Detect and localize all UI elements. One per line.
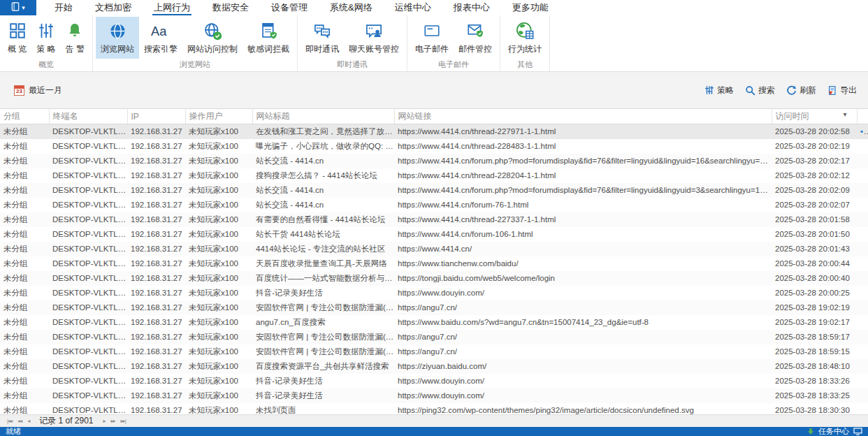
cell-actions	[857, 139, 868, 154]
column-header-2[interactable]: 终端名	[49, 109, 127, 124]
policy-button[interactable]: 策略	[704, 85, 734, 96]
table-row[interactable]: 未分组DESKTOP-VLKTLE1192.168.31.27未知玩家x100抖…	[0, 374, 868, 388]
table-row[interactable]: 未分组DESKTOP-VLKTLE1192.168.31.27未知玩家x100a…	[0, 315, 868, 330]
cell-time: 2025-03-28 20:00:44	[772, 256, 857, 271]
column-header-3[interactable]: IP	[127, 109, 185, 124]
ribbon-group-label: 概览	[0, 59, 92, 70]
menu-tab-7[interactable]: 运维中心	[384, 0, 442, 15]
table-row[interactable]: 未分组DESKTOP-VLKTLE1192.168.31.27未知玩家x100抖…	[0, 286, 868, 300]
cell-title: 站长交流 - 4414.cn	[252, 198, 394, 212]
prev-page-icon[interactable]: ◂◂	[15, 418, 24, 424]
cell-title: 安固软件官网 | 专注公司数据防泄漏(DLP)，...	[252, 330, 394, 344]
cell-url: https://www.4414.cn/forum-76-1.html	[394, 198, 772, 212]
menu-tab-1[interactable]: 开始	[43, 0, 84, 15]
table-row[interactable]: 未分组DESKTOP-VLKTLE1192.168.31.27未知玩家x100安…	[0, 330, 868, 344]
table-row[interactable]: 未分组DESKTOP-VLKTLE1192.168.31.27未知玩家x100站…	[0, 198, 868, 212]
ribbon-button[interactable]: 敏感词拦截	[243, 17, 294, 59]
record-count: 记录 1 of 2901	[39, 415, 93, 427]
table-row[interactable]: 未分组DESKTOP-VLKTLE1192.168.31.27未知玩家x100抖…	[0, 388, 868, 403]
cell-title: 百度搜索资源平台_共创共享鲜活搜索	[252, 359, 394, 374]
cell-ip: 192.168.31.27	[127, 227, 185, 242]
cell-user: 未知玩家x100	[185, 344, 252, 359]
column-header-4[interactable]: 操作用户	[185, 109, 252, 124]
cell-time: 2025-03-28 20:00:25	[772, 286, 857, 300]
column-header-1[interactable]: 分组	[0, 109, 49, 124]
export-button[interactable]: 导出	[827, 85, 857, 96]
cell-terminal: DESKTOP-VLKTLE1	[49, 359, 127, 374]
ribbon-group-1: 概 览策 略告 警概览	[0, 15, 93, 71]
ribbon-button[interactable]: 概 览	[3, 17, 31, 59]
ribbon-button[interactable]: 电子邮件	[410, 17, 454, 59]
table-row[interactable]: 未分组DESKTOP-VLKTLE1192.168.31.27未知玩家x100有…	[0, 212, 868, 227]
cell-actions	[857, 198, 868, 212]
menu-tab-2[interactable]: 文档加密	[84, 0, 143, 15]
menu-tab-3[interactable]: 上网行为	[143, 0, 201, 15]
prev-record-icon[interactable]: ◂	[24, 418, 32, 424]
table-row[interactable]: 未分组DESKTOP-VLKTLE1192.168.31.27未知玩家x100百…	[0, 359, 868, 374]
cell-actions	[857, 330, 868, 344]
sort-arrow-icon[interactable]: ▾	[843, 110, 846, 118]
table-row[interactable]: 未分组DESKTOP-VLKTLE1192.168.31.27未知玩家x100百…	[0, 271, 868, 286]
cell-time: 2025-03-28 18:33:26	[772, 374, 857, 388]
table-row[interactable]: 未分组DESKTOP-VLKTLE1192.168.31.27未知玩家x100站…	[0, 227, 868, 242]
cell-user: 未知玩家x100	[185, 315, 252, 330]
table-row[interactable]: 未分组DESKTOP-VLKTLE1192.168.31.27未知玩家x100站…	[0, 154, 868, 168]
ribbon-button[interactable]: 聊天账号管控	[344, 17, 404, 59]
cell-terminal: DESKTOP-VLKTLE1	[49, 315, 127, 330]
table-row[interactable]: 未分组DESKTOP-VLKTLE1192.168.31.27未知玩家x100搜…	[0, 168, 868, 183]
table-row[interactable]: 未分组DESKTOP-VLKTLE1192.168.31.27未知玩家x100安…	[0, 300, 868, 315]
cell-group: 未分组	[0, 344, 49, 359]
cell-url: https://www.4414.cn/forum-106-1.html	[394, 227, 772, 242]
cell-time: 2025-03-28 20:01:43	[772, 242, 857, 256]
table-row[interactable]: 未分组DESKTOP-VLKTLE1192.168.31.27未知玩家x100站…	[0, 183, 868, 198]
cell-user: 未知玩家x100	[185, 374, 252, 388]
ribbon-button[interactable]: 邮件管控	[454, 17, 497, 59]
status-bar: 就绪 任务中心	[0, 427, 868, 436]
menu-tab-6[interactable]: 系统&网络	[319, 0, 384, 15]
ribbon-button[interactable]: 告 警	[61, 17, 89, 59]
next-page-icon[interactable]: ▸▸	[108, 418, 118, 424]
menu-tab-9[interactable]: 更多功能	[501, 0, 560, 15]
next-record-icon[interactable]: ▸	[101, 418, 108, 424]
ribbon-button-label: 电子邮件	[415, 43, 449, 55]
ribbon-button[interactable]: 网站访问控制	[182, 17, 243, 59]
ribbon-button[interactable]: 策 略	[31, 17, 60, 59]
app-menu-button[interactable]: ▾	[0, 0, 36, 15]
ribbon-group-2: 浏览网站Aa搜索引擎网站访问控制敏感词拦截浏览网站	[93, 15, 298, 71]
table-row[interactable]: 未分组DESKTOP-VLKTLE1192.168.31.27未知玩家x100曝…	[0, 139, 868, 154]
cell-terminal: DESKTOP-VLKTLE1	[49, 374, 127, 388]
cell-ip: 192.168.31.27	[127, 388, 185, 403]
ribbon-button[interactable]: 即时通讯	[301, 17, 344, 59]
refresh-button[interactable]: 刷新	[786, 85, 816, 96]
cell-user: 未知玩家x100	[185, 227, 252, 242]
cell-url: https://www.4414.cn/	[394, 242, 772, 256]
column-header-5[interactable]: 网站标题	[252, 109, 394, 124]
date-range-filter[interactable]: 23 最近一月	[14, 85, 62, 96]
cell-group: 未分组	[0, 315, 49, 330]
table-row[interactable]: 未分组DESKTOP-VLKTLE1192.168.31.27未知玩家x1004…	[0, 242, 868, 256]
menu-tab-5[interactable]: 设备管理	[260, 0, 319, 15]
table-row[interactable]: 未分组DESKTOP-VLKTLE1192.168.31.27未知玩家x100在…	[0, 124, 868, 139]
monitor-icon[interactable]	[853, 428, 862, 435]
cell-group: 未分组	[0, 286, 49, 300]
menu-tab-4[interactable]: 数据安全	[201, 0, 260, 15]
task-center-link[interactable]: 任务中心	[818, 427, 849, 436]
first-record-icon[interactable]: |◂◂	[4, 418, 15, 424]
ribbon-button[interactable]: 浏览网站	[96, 17, 139, 59]
column-header-6[interactable]: 网站链接	[394, 109, 772, 124]
ribbon-button-label: 浏览网站	[101, 43, 134, 55]
last-record-icon[interactable]: ▸▸|	[118, 418, 129, 424]
cell-url: https://www.tianchenw.com/baidu/	[394, 256, 772, 271]
ribbon-button[interactable]: Aa搜索引擎	[139, 17, 182, 59]
ribbon-button[interactable]: 行为统计	[503, 17, 547, 59]
cell-group: 未分组	[0, 359, 49, 374]
menu-tab-8[interactable]: 报表中心	[442, 0, 501, 15]
table-row[interactable]: 未分组DESKTOP-VLKTLE1192.168.31.27未知玩家x100安…	[0, 344, 868, 359]
table-row[interactable]: 未分组DESKTOP-VLKTLE1192.168.31.27未知玩家x100天…	[0, 256, 868, 271]
search-icon	[745, 85, 755, 96]
column-header-7[interactable]: 访问时间▾	[772, 109, 857, 124]
row-more-icon[interactable]: •••	[860, 127, 868, 136]
cell-user: 未知玩家x100	[185, 154, 252, 168]
search-button[interactable]: 搜索	[745, 85, 775, 96]
cell-ip: 192.168.31.27	[127, 198, 185, 212]
